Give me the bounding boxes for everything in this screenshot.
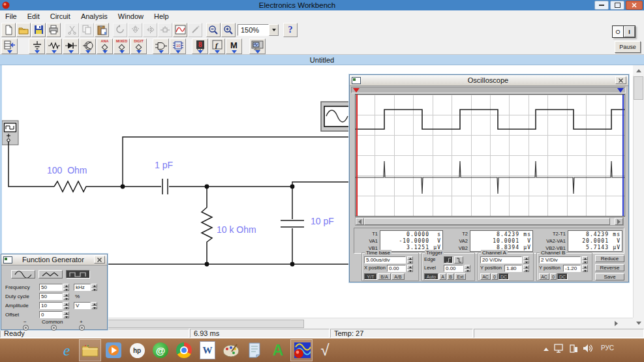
favorites-bin-button[interactable] bbox=[1, 38, 18, 54]
pause-button[interactable]: Pause bbox=[615, 41, 641, 53]
function-generator-window[interactable]: Function Generator Frequency 50 kHz Duty… bbox=[1, 254, 108, 330]
save-button[interactable] bbox=[31, 23, 46, 37]
function-generator-component[interactable] bbox=[2, 121, 18, 145]
oscilloscope-titlebar[interactable]: Oscilloscope bbox=[350, 75, 628, 86]
tray-speaker-icon[interactable] bbox=[583, 344, 593, 353]
plus-terminal[interactable] bbox=[79, 325, 85, 331]
instruments-bin-button[interactable] bbox=[249, 38, 266, 54]
cursor1-line[interactable] bbox=[356, 95, 358, 216]
help-button[interactable]: ? bbox=[283, 23, 298, 37]
zoom-out-button[interactable] bbox=[206, 23, 221, 37]
channel-b-y-spinner[interactable] bbox=[582, 265, 588, 272]
channel-a-dc-button[interactable]: DC bbox=[498, 273, 509, 280]
function-generator-close-button[interactable] bbox=[94, 256, 105, 264]
zoom-dropdown-button[interactable] bbox=[269, 24, 279, 36]
tray-expand-button[interactable] bbox=[544, 348, 549, 351]
new-button[interactable] bbox=[1, 23, 16, 37]
capacitor-c2-label[interactable]: 10 pF bbox=[311, 216, 334, 226]
tray-language-indicator[interactable]: РУС bbox=[601, 344, 614, 352]
digital-bin-button[interactable]: 10 bbox=[170, 38, 186, 54]
reduce-button[interactable]: Reduce bbox=[595, 255, 624, 262]
paste-button[interactable] bbox=[95, 23, 109, 37]
taskbar-mathcad[interactable]: √ bbox=[314, 339, 336, 361]
analog-ics-bin-button[interactable]: ANA bbox=[97, 38, 113, 54]
ba-mode-button[interactable]: B/A bbox=[378, 273, 391, 280]
channel-a-y-spinner[interactable] bbox=[523, 265, 529, 272]
amplitude-spinner[interactable] bbox=[63, 302, 69, 309]
print-button[interactable] bbox=[46, 23, 61, 37]
transistors-bin-button[interactable] bbox=[80, 38, 96, 54]
channel-b-ac-button[interactable]: AC bbox=[539, 273, 549, 280]
menu-edit[interactable]: Edit bbox=[22, 12, 45, 20]
trigger-ext-button[interactable]: Ext bbox=[455, 273, 466, 280]
taskbar-internet-explorer[interactable]: e bbox=[55, 339, 78, 361]
reverse-button[interactable]: Reverse bbox=[595, 264, 624, 271]
taskbar-paint[interactable] bbox=[220, 339, 242, 361]
channel-b-y-field[interactable]: -1.20 bbox=[563, 265, 581, 272]
channel-a-scale-field[interactable]: 20 V/Div bbox=[480, 256, 522, 264]
trigger-level-field[interactable]: 0.00 bbox=[444, 265, 463, 272]
amplitude-unit-spinner[interactable] bbox=[91, 302, 97, 309]
channel-a-zero-button[interactable]: 0 bbox=[491, 273, 498, 280]
amplitude-field[interactable]: 10 bbox=[39, 302, 63, 309]
save-button[interactable]: Save bbox=[595, 273, 624, 280]
taskbar-word[interactable]: W bbox=[196, 339, 219, 361]
taskbar-electronics-workbench[interactable] bbox=[290, 339, 313, 361]
menu-file[interactable]: File bbox=[0, 12, 22, 20]
cursor2-line[interactable] bbox=[622, 95, 624, 216]
channel-a-scale-spinner[interactable] bbox=[523, 256, 529, 264]
tray-network-icon[interactable] bbox=[554, 344, 564, 353]
oscilloscope-close-button[interactable] bbox=[615, 76, 626, 84]
trigger-level-spinner[interactable] bbox=[465, 265, 470, 272]
menu-window[interactable]: Window bbox=[113, 12, 149, 20]
basic-bin-button[interactable] bbox=[46, 38, 62, 54]
menu-analysis[interactable]: Analysis bbox=[76, 12, 113, 20]
menu-help[interactable]: Help bbox=[149, 12, 174, 20]
yt-mode-button[interactable]: Y/T bbox=[364, 273, 377, 280]
capacitor-c1-label[interactable]: 1 pF bbox=[155, 160, 173, 170]
frequency-unit-field[interactable]: kHz bbox=[74, 284, 91, 291]
oscilloscope-component[interactable] bbox=[321, 102, 353, 131]
scroll-right-button[interactable] bbox=[611, 318, 622, 329]
trigger-auto-button[interactable]: Auto bbox=[424, 273, 438, 280]
cursor2-marker-icon[interactable] bbox=[617, 88, 624, 93]
channel-a-ac-button[interactable]: AC bbox=[480, 273, 491, 280]
channel-b-zero-button[interactable]: 0 bbox=[550, 273, 557, 280]
scroll-down-button[interactable] bbox=[633, 318, 644, 328]
offset-spinner[interactable] bbox=[63, 311, 69, 318]
channel-a-y-field[interactable]: 1.80 bbox=[504, 265, 522, 272]
logic-gates-bin-button[interactable] bbox=[153, 38, 169, 54]
trigger-a-button[interactable]: A bbox=[439, 273, 446, 280]
taskbar-chrome[interactable] bbox=[173, 339, 195, 361]
minus-terminal[interactable] bbox=[23, 325, 29, 331]
oscilloscope-window[interactable]: Oscilloscope T1 VA1 VB1 bbox=[349, 74, 629, 282]
falling-edge-button[interactable] bbox=[454, 256, 463, 264]
channel-b-dc-button[interactable]: DC bbox=[557, 273, 568, 280]
timebase-scale-field[interactable]: 5.00us/div bbox=[364, 256, 406, 264]
circuit-window-titlebar[interactable]: Untitled bbox=[0, 55, 644, 65]
scope-scroll-left-button[interactable] bbox=[356, 218, 364, 225]
taskbar-abbyy[interactable]: A bbox=[267, 339, 289, 361]
rising-edge-button[interactable] bbox=[444, 256, 453, 264]
resistor-r2-label[interactable]: 10 k Ohm bbox=[217, 224, 256, 235]
sources-bin-button[interactable] bbox=[29, 38, 45, 54]
display-graphs-button[interactable] bbox=[173, 23, 187, 37]
zoom-level-combobox[interactable]: 150% bbox=[238, 24, 279, 36]
vertical-scroll-thumb[interactable] bbox=[634, 76, 643, 100]
amplitude-unit-field[interactable]: V bbox=[74, 302, 91, 309]
timebase-spinner[interactable] bbox=[407, 256, 413, 264]
ab-mode-button[interactable]: A/B bbox=[391, 273, 405, 280]
x-position-spinner[interactable] bbox=[407, 265, 413, 272]
close-button[interactable] bbox=[626, 1, 643, 10]
cursor1-marker-icon[interactable] bbox=[353, 88, 360, 93]
function-generator-titlebar[interactable]: Function Generator bbox=[1, 254, 107, 265]
zoom-in-button[interactable] bbox=[221, 23, 236, 37]
duty-cycle-spinner[interactable] bbox=[63, 293, 69, 300]
trigger-b-button[interactable]: B bbox=[447, 273, 454, 280]
scroll-up-button[interactable] bbox=[633, 65, 644, 76]
controls-bin-button[interactable]: f bbox=[209, 38, 225, 54]
frequency-unit-spinner[interactable] bbox=[91, 284, 97, 291]
scope-scroll-right-button[interactable] bbox=[615, 218, 623, 225]
power-switch[interactable]: O I bbox=[612, 25, 636, 38]
restore-button[interactable] bbox=[610, 1, 624, 10]
